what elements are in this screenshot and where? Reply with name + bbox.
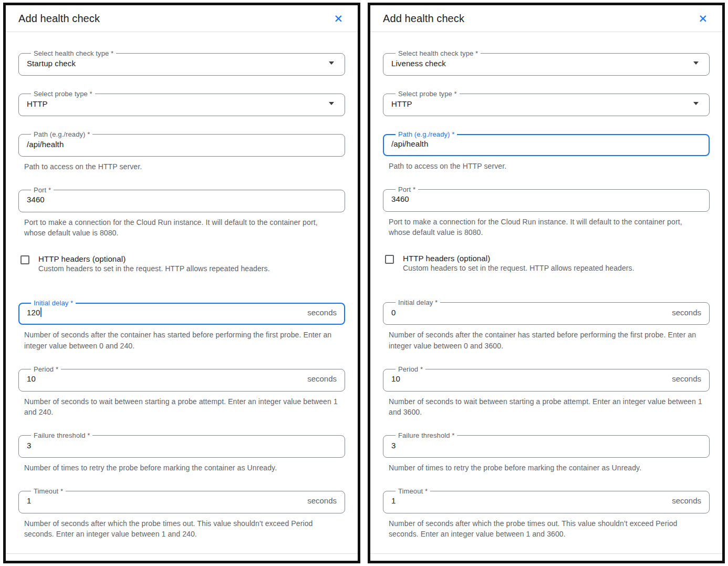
screenshot-stage: Add health check ✕ Select health check t… bbox=[0, 0, 728, 566]
dialog-footer: Add Cancel bbox=[370, 553, 722, 563]
checkbox-label: HTTP headers (optional) bbox=[38, 254, 270, 263]
field-helper: Number of times to retry the probe befor… bbox=[24, 462, 339, 474]
checkbox-label: HTTP headers (optional) bbox=[403, 254, 635, 263]
dialog-startup-check: Add health check ✕ Select health check t… bbox=[3, 3, 360, 563]
field-label: Port * bbox=[396, 186, 418, 193]
field-group-initial-delay: Initial delay * 0 seconds Number of seco… bbox=[383, 299, 710, 351]
field-group-failure-threshold: Failure threshold * 3 Number of times to… bbox=[18, 431, 345, 474]
field-value: 3 bbox=[391, 441, 396, 450]
field-helper: Port to make a connection for the Cloud … bbox=[24, 217, 339, 239]
field-helper: Number of seconds after the container ha… bbox=[389, 330, 704, 351]
field-label: Select probe type * bbox=[396, 90, 460, 98]
field-suffix: seconds bbox=[672, 496, 701, 505]
field-helper: Number of seconds after the container ha… bbox=[24, 330, 339, 351]
field-helper: Port to make a connection for the Cloud … bbox=[389, 217, 704, 238]
field-value: 3 bbox=[27, 441, 31, 450]
field-group-probe-type: Select probe type * HTTP bbox=[383, 90, 710, 116]
field-group-port: Port * 3460 Port to make a connection fo… bbox=[18, 186, 345, 239]
probe-type-select[interactable]: Select probe type * HTTP bbox=[383, 90, 710, 116]
field-group-failure-threshold: Failure threshold * 3 Number of times to… bbox=[383, 431, 710, 474]
field-value: Startup check bbox=[27, 59, 76, 68]
close-icon[interactable]: ✕ bbox=[331, 12, 345, 25]
field-helper: Number of seconds to wait between starti… bbox=[24, 396, 339, 418]
add-button[interactable]: Add bbox=[383, 563, 417, 563]
field-label: Select health check type * bbox=[396, 49, 481, 57]
field-helper: Number of seconds to wait between starti… bbox=[389, 396, 704, 418]
timeout-input[interactable]: Timeout * 1 seconds bbox=[18, 487, 345, 513]
field-group-probe-type: Select probe type * HTTP bbox=[18, 90, 345, 116]
dialog-title: Add health check bbox=[18, 13, 100, 25]
field-group-path: Path (e.g./ready) * /api/health Path to … bbox=[383, 130, 710, 172]
field-label: Initial delay * bbox=[396, 299, 440, 306]
field-group-period: Period * 10 seconds Number of seconds to… bbox=[383, 365, 710, 418]
dialog-liveness-check: Add health check ✕ Select health check t… bbox=[368, 3, 725, 563]
dropdown-arrow-icon bbox=[329, 61, 334, 65]
field-group-period: Period * 10 seconds Number of seconds to… bbox=[18, 365, 345, 418]
field-suffix: seconds bbox=[307, 308, 337, 317]
initial-delay-input[interactable]: Initial delay * 120 seconds bbox=[18, 299, 345, 325]
field-value: 1 bbox=[391, 496, 396, 505]
field-value: 1 bbox=[27, 496, 31, 505]
dropdown-arrow-icon bbox=[693, 102, 699, 105]
http-headers-checkbox[interactable] bbox=[385, 255, 394, 264]
checkbox-helper: Custom headers to set in the request. HT… bbox=[403, 264, 635, 272]
health-check-type-select[interactable]: Select health check type * Liveness chec… bbox=[383, 49, 710, 76]
field-helper: Number of seconds after which the probe … bbox=[389, 518, 704, 540]
period-input[interactable]: Period * 10 seconds bbox=[18, 365, 345, 392]
field-helper: Path to access on the HTTP server. bbox=[24, 161, 339, 172]
initial-delay-input[interactable]: Initial delay * 0 seconds bbox=[383, 299, 710, 325]
field-label: Period * bbox=[31, 365, 61, 373]
field-helper: Path to access on the HTTP server. bbox=[389, 161, 704, 172]
field-label: Port * bbox=[31, 186, 54, 194]
http-headers-checkbox-group: HTTP headers (optional) Custom headers t… bbox=[20, 254, 345, 273]
add-button[interactable]: Add bbox=[18, 563, 53, 563]
field-value: /api/health bbox=[27, 140, 64, 149]
field-helper: Number of times to retry the probe befor… bbox=[389, 462, 704, 474]
field-value: HTTP bbox=[391, 99, 412, 108]
dialog-body: Select health check type * Liveness chec… bbox=[370, 32, 722, 553]
field-label: Failure threshold * bbox=[31, 431, 92, 439]
field-value: 3460 bbox=[27, 195, 45, 204]
period-input[interactable]: Period * 10 seconds bbox=[383, 365, 710, 392]
field-suffix: seconds bbox=[307, 374, 337, 383]
port-input[interactable]: Port * 3460 bbox=[18, 186, 345, 212]
dropdown-arrow-icon bbox=[329, 102, 334, 105]
field-group-path: Path (e.g./ready) * /api/health Path to … bbox=[18, 130, 345, 172]
field-label: Initial delay * bbox=[31, 299, 76, 307]
checkbox-helper: Custom headers to set in the request. HT… bbox=[38, 264, 270, 273]
field-label: Timeout * bbox=[31, 487, 66, 495]
field-label: Select health check type * bbox=[31, 49, 116, 57]
failure-threshold-input[interactable]: Failure threshold * 3 bbox=[18, 431, 345, 458]
dialog-header: Add health check ✕ bbox=[6, 5, 358, 32]
field-group-port: Port * 3460 Port to make a connection fo… bbox=[383, 186, 710, 238]
timeout-input[interactable]: Timeout * 1 seconds bbox=[383, 487, 710, 513]
field-suffix: seconds bbox=[307, 496, 337, 505]
field-label: Period * bbox=[396, 365, 425, 373]
http-headers-checkbox-group: HTTP headers (optional) Custom headers t… bbox=[385, 254, 710, 272]
dialog-title: Add health check bbox=[383, 13, 464, 25]
field-value: 10 bbox=[391, 374, 400, 383]
field-group-initial-delay: Initial delay * 120 seconds Number of se… bbox=[18, 299, 345, 351]
port-input[interactable]: Port * 3460 bbox=[383, 186, 710, 212]
field-group-timeout: Timeout * 1 seconds Number of seconds af… bbox=[18, 487, 345, 540]
path-input[interactable]: Path (e.g./ready) * /api/health bbox=[383, 130, 710, 156]
close-icon[interactable]: ✕ bbox=[696, 12, 710, 25]
health-check-type-select[interactable]: Select health check type * Startup check bbox=[18, 49, 345, 76]
field-label: Timeout * bbox=[396, 487, 430, 495]
failure-threshold-input[interactable]: Failure threshold * 3 bbox=[383, 431, 710, 458]
path-input[interactable]: Path (e.g./ready) * /api/health bbox=[18, 130, 345, 157]
field-group-health-check-type: Select health check type * Startup check bbox=[18, 49, 345, 76]
dialog-footer: Add Cancel bbox=[6, 553, 358, 563]
field-value: 10 bbox=[27, 374, 36, 383]
probe-type-select[interactable]: Select probe type * HTTP bbox=[18, 90, 345, 116]
field-label: Failure threshold * bbox=[396, 431, 457, 439]
http-headers-checkbox[interactable] bbox=[20, 255, 29, 264]
field-value: 0 bbox=[391, 308, 396, 317]
field-value: Liveness check bbox=[391, 59, 446, 68]
field-label: Path (e.g./ready) * bbox=[396, 130, 457, 138]
field-label: Select probe type * bbox=[31, 90, 95, 98]
text-cursor bbox=[40, 307, 41, 317]
field-value: 3460 bbox=[391, 194, 409, 203]
field-suffix: seconds bbox=[672, 374, 701, 383]
field-label: Path (e.g./ready) * bbox=[31, 130, 92, 138]
